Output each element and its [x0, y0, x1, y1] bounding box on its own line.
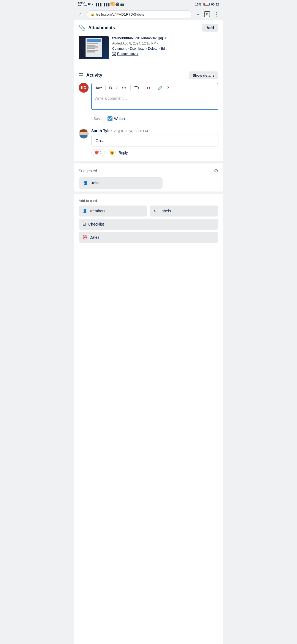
- suggested-section: Suggested ⚙ 👤 Join: [74, 163, 223, 191]
- comment-placeholder: Write a comment...: [95, 96, 127, 101]
- comment-bubble-0: Great: [91, 135, 218, 146]
- carrier-info: SMARTGLOBE 4G▲ ▐▐▐ ▐▐▐ 📶 3 📷: [78, 2, 124, 7]
- attachments-title: Attachments: [88, 25, 115, 30]
- members-button[interactable]: 👤 Members: [79, 206, 147, 216]
- add-reaction-button[interactable]: 😊: [108, 149, 116, 157]
- attachment-info: trello390046170168442747.jpg ↗ Added Aug…: [112, 36, 218, 56]
- wifi-icon: 📶: [110, 2, 115, 6]
- watch-label: Watch: [114, 116, 125, 121]
- suggested-title: Suggested: [79, 169, 97, 173]
- attachment-delete-link[interactable]: Delete: [148, 47, 158, 51]
- activity-title: Activity: [86, 73, 102, 78]
- font-style-button[interactable]: Aa ▾: [94, 85, 103, 91]
- italic-button[interactable]: I: [115, 85, 119, 91]
- suggested-header: Suggested ⚙: [79, 168, 218, 174]
- list-button[interactable]: ☰ ▾: [133, 85, 141, 91]
- url-bar[interactable]: 🔒 trello.com/c/iPHD1R7D/3-do-s: [87, 10, 192, 18]
- bottom-spacer: [74, 245, 223, 256]
- save-comment-button[interactable]: Save: [91, 115, 105, 122]
- commenter-avatar-0: [79, 129, 89, 138]
- gear-icon: ⚙: [214, 168, 218, 174]
- checklist-button[interactable]: ☑ Checklist: [79, 219, 218, 230]
- activity-title-row: ☰ Activity: [79, 72, 102, 79]
- carrier1-signal: 4G▲: [88, 3, 94, 6]
- carrier2-bars: ▐▐▐: [103, 3, 109, 6]
- add-tab-button[interactable]: +: [194, 10, 202, 18]
- activity-icon: ☰: [79, 72, 84, 79]
- checklist-label: Checklist: [88, 222, 104, 226]
- labels-button[interactable]: 🏷 Labels: [150, 206, 218, 216]
- comment-reactions-0: ❤️ 1 😊 Reply: [91, 149, 218, 157]
- activity-section: ☰ Activity Show details KD Aa ▾ B I ••• …: [74, 68, 223, 161]
- status-right: 13% 00:32: [195, 3, 219, 6]
- comment-author-0: Sarah Tyler: [91, 129, 112, 133]
- browser-bar: ⌂ 🔒 trello.com/c/iPHD1R7D/3-do-s + D ⋮: [74, 9, 223, 20]
- dates-icon: ⏰: [82, 235, 87, 240]
- attachments-icon: 📎: [79, 24, 86, 31]
- home-button[interactable]: ⌂: [77, 10, 85, 18]
- attachments-header: 📎 Attachments Add: [74, 20, 223, 34]
- checklist-icon: ☑: [82, 222, 86, 226]
- section-divider-1: [74, 161, 223, 163]
- members-label: Members: [89, 209, 105, 213]
- person-icon: 👤: [83, 181, 88, 185]
- comment-actions: Save Watch: [79, 114, 218, 126]
- attachment-item: trello390046170168442747.jpg ↗ Added Aug…: [74, 34, 223, 63]
- reply-button-0[interactable]: Reply: [119, 151, 128, 155]
- toolbar-separator-1: [105, 85, 106, 90]
- attachment-comment-link[interactable]: Comment: [112, 47, 127, 51]
- cover-icon: 🖼: [112, 52, 116, 56]
- help-button[interactable]: ?: [165, 85, 170, 91]
- time: 00:32: [211, 3, 219, 6]
- suggested-settings-button[interactable]: ⚙: [214, 168, 218, 174]
- spacer-1: [74, 63, 223, 68]
- comment-author-row-0: Sarah Tyler Aug 8, 2024, 12:08 PM: [91, 129, 218, 133]
- attachment-edit-link[interactable]: Edit: [161, 47, 167, 51]
- attach-button[interactable]: 🔗: [156, 85, 164, 91]
- status-bar: SMARTGLOBE 4G▲ ▐▐▐ ▐▐▐ 📶 3 📷 13% 00:32: [74, 0, 223, 9]
- comment-editor[interactable]: Aa ▾ B I ••• ☰ ▾ + ▾ 🔗 ? Write a comment…: [91, 83, 218, 110]
- heart-reaction-button[interactable]: ❤️ 1: [91, 149, 105, 156]
- labels-icon: 🏷: [153, 209, 157, 213]
- dates-button[interactable]: ⏰ Dates: [79, 232, 218, 243]
- add-attachment-button[interactable]: Add: [202, 24, 218, 32]
- attachments-title-row: 📎 Attachments: [79, 24, 115, 31]
- attachment-download-link[interactable]: Download: [130, 47, 144, 51]
- heart-icon: ❤️: [94, 151, 99, 155]
- bold-button[interactable]: B: [108, 85, 113, 91]
- more-format-button[interactable]: •••: [120, 85, 128, 91]
- url-text: trello.com/c/iPHD1R7D/3-do-s: [96, 12, 144, 16]
- section-divider-2: [74, 191, 223, 194]
- comment-time-0: Aug 8, 2024, 12:08 PM: [114, 129, 148, 133]
- add-to-card-title: Add to card: [79, 199, 218, 203]
- dates-label: Dates: [89, 235, 100, 240]
- tab-switcher-button[interactable]: D: [204, 11, 210, 17]
- toolbar-separator-2: [130, 85, 131, 90]
- join-button[interactable]: 👤 Join: [79, 177, 163, 189]
- toolbar-separator-3: [143, 85, 143, 90]
- battery-percent: 13%: [195, 3, 201, 6]
- labels-label: Labels: [160, 209, 171, 213]
- page-content: 📎 Attachments Add trello39004617016: [74, 20, 223, 644]
- show-details-button[interactable]: Show details: [189, 71, 218, 79]
- editor-toolbar: Aa ▾ B I ••• ☰ ▾ + ▾ 🔗 ?: [92, 83, 218, 93]
- browser-actions: + D ⋮: [194, 10, 220, 18]
- insert-button[interactable]: + ▾: [145, 85, 152, 91]
- carrier1-label: SMARTGLOBE: [78, 2, 87, 7]
- battery-icon: [204, 3, 210, 6]
- heart-count: 1: [100, 151, 102, 155]
- remove-cover-button[interactable]: 🖼 Remove cover: [112, 52, 218, 56]
- comment-entry-0: Sarah Tyler Aug 8, 2024, 12:08 PM Great …: [79, 126, 218, 161]
- comment-text-0: Great: [95, 138, 106, 143]
- video-icon: 📷: [120, 2, 124, 6]
- external-link-icon[interactable]: ↗: [164, 36, 167, 40]
- attachment-thumbnail[interactable]: [79, 36, 109, 59]
- watch-checkbox[interactable]: [108, 116, 112, 121]
- join-label: Join: [91, 181, 99, 185]
- activity-header: ☰ Activity Show details: [79, 68, 218, 83]
- comment-body-0: Sarah Tyler Aug 8, 2024, 12:08 PM Great …: [91, 129, 218, 157]
- current-user-avatar: KD: [79, 83, 89, 93]
- browser-menu-button[interactable]: ⋮: [212, 10, 220, 18]
- add-to-card-grid: 👤 Members 🏷 Labels: [79, 206, 218, 216]
- comment-input[interactable]: Write a comment...: [92, 93, 218, 109]
